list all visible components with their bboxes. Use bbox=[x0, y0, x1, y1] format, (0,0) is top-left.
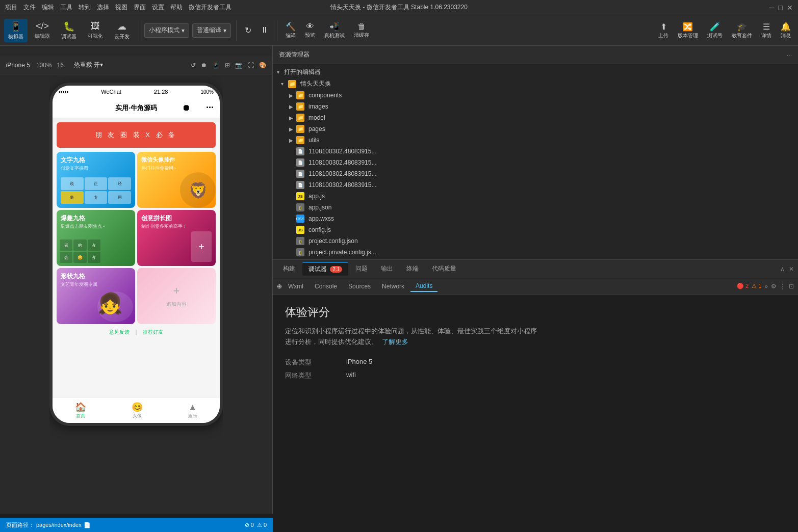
nav-dots[interactable]: ··· bbox=[206, 102, 214, 113]
realtest-button[interactable]: 📲 真机测试 bbox=[321, 20, 348, 41]
menu-select[interactable]: 选择 bbox=[97, 3, 109, 12]
toolbar-right: ⬆ 上传 🔀 版本管理 🧪 测试号 🎓 教育套件 ☰ 详情 🔔 消息 bbox=[655, 20, 794, 41]
detail-button[interactable]: ☰ 详情 bbox=[758, 20, 775, 41]
feedback-text[interactable]: 意见反馈 bbox=[109, 329, 130, 336]
pause-button[interactable]: ⏸ bbox=[258, 24, 272, 37]
inner-tab-console[interactable]: Console bbox=[310, 281, 342, 291]
rotate-icon[interactable]: ↺ bbox=[191, 62, 196, 69]
minimize-button[interactable]: ─ bbox=[769, 4, 775, 12]
file-project-config[interactable]: ▶ {} project.config.json bbox=[273, 235, 798, 247]
file-app-wxss[interactable]: ▶ CSS app.wxss bbox=[273, 213, 798, 224]
menu-file[interactable]: 文件 bbox=[23, 3, 36, 12]
folder-images[interactable]: ▶ 📁 images bbox=[273, 101, 798, 112]
tab-codequality[interactable]: 代码质量 bbox=[426, 262, 462, 275]
file-1108-1[interactable]: ▶ 📄 1108100302.48083915... bbox=[273, 146, 798, 157]
file-config-js[interactable]: ▶ JS config.js bbox=[273, 224, 798, 235]
clearcache-button[interactable]: 🗑 清缓存 bbox=[351, 20, 372, 40]
menu-interface[interactable]: 界面 bbox=[134, 3, 146, 12]
inspector-icon-btn[interactable]: ⊕ bbox=[277, 283, 282, 290]
explorer-more-icon[interactable]: ··· bbox=[787, 51, 792, 59]
more-icon[interactable]: ⋮ bbox=[780, 283, 786, 290]
nav-avatar[interactable]: 😊 头像 bbox=[132, 402, 143, 419]
tab-output[interactable]: 输出 bbox=[375, 262, 399, 275]
mode-dropdown[interactable]: 小程序模式 ▾ bbox=[144, 23, 189, 38]
device-select[interactable]: iPhone 5 bbox=[6, 62, 30, 69]
menu-settings[interactable]: 设置 bbox=[152, 3, 164, 12]
folder-model[interactable]: ▶ 📁 model bbox=[273, 112, 798, 123]
card-shape-nine[interactable]: 形状九格 文艺青年发圈专属 👧 bbox=[57, 268, 135, 324]
compile-dropdown[interactable]: 普通编译 ▾ bbox=[192, 23, 231, 38]
menu-help[interactable]: 帮助 bbox=[170, 3, 183, 12]
extra-tabs-btn[interactable]: » bbox=[764, 283, 768, 290]
inner-tab-audits[interactable]: Audits bbox=[410, 281, 437, 292]
folder-utils[interactable]: ▶ 📁 utils bbox=[273, 135, 798, 146]
editor-button[interactable]: </> 编辑器 bbox=[31, 19, 54, 42]
folder-components[interactable]: ▶ 📁 components bbox=[273, 90, 798, 101]
card-creative-long[interactable]: 创意拼长图 制作创意多图的高手！ + bbox=[137, 210, 216, 266]
menu-project[interactable]: 项目 bbox=[5, 3, 17, 12]
card-3-title: 爆趣九格 bbox=[61, 214, 85, 223]
panel-close-icon[interactable]: ✕ bbox=[789, 265, 794, 273]
paint-icon[interactable]: 🎨 bbox=[259, 62, 267, 69]
folder-pages[interactable]: ▶ 📁 pages bbox=[273, 123, 798, 135]
msg-button[interactable]: 🔔 消息 bbox=[778, 20, 794, 41]
nav-home[interactable]: 🏠 首页 bbox=[75, 402, 86, 419]
cloud-dev-button[interactable]: ☁ 云开发 bbox=[110, 19, 134, 42]
phone-icon[interactable]: 📱 bbox=[212, 62, 220, 69]
card-avatar-pendant[interactable]: 微信头像挂件 热门挂件免费用~ 🦁 bbox=[137, 152, 216, 208]
separator-2 bbox=[236, 20, 237, 41]
file-1108-4[interactable]: ▶ 📄 1108100302.48083915... bbox=[273, 179, 798, 191]
test-button[interactable]: 🧪 测试号 bbox=[704, 20, 726, 41]
tab-terminal[interactable]: 终端 bbox=[400, 262, 425, 275]
window-controls[interactable]: ─ □ ✕ bbox=[769, 4, 793, 12]
menu-view[interactable]: 视图 bbox=[115, 3, 127, 12]
detach-icon[interactable]: ⊡ bbox=[789, 283, 794, 290]
version-button[interactable]: 🔀 版本管理 bbox=[675, 20, 701, 41]
card-plus[interactable]: + 追加内容 bbox=[137, 268, 216, 324]
file-app-js[interactable]: ▶ JS app.js bbox=[273, 191, 798, 202]
project-name: 情头天天换 bbox=[300, 79, 331, 88]
section-open-editors[interactable]: ▾ 打开的编辑器 bbox=[273, 66, 798, 78]
refresh-button[interactable]: ↻ bbox=[242, 24, 254, 37]
record-icon[interactable]: ⏺ bbox=[201, 62, 207, 69]
edu-icon: 🎓 bbox=[737, 22, 747, 32]
hotreload-toggle[interactable]: 热重载 开▾ bbox=[74, 61, 103, 69]
projconfig-label: project.config.json bbox=[308, 237, 358, 245]
visual-button[interactable]: 🖼 可视化 bbox=[84, 19, 107, 42]
maximize-button[interactable]: □ bbox=[779, 4, 783, 12]
recommend-text[interactable]: 推荐好友 bbox=[143, 329, 163, 336]
menu-wechat-devtools[interactable]: 微信开发者工具 bbox=[189, 3, 231, 12]
debugger-button[interactable]: 🐛 调试器 bbox=[57, 19, 81, 42]
file-1108-2[interactable]: ▶ 📄 1108100302.48083915... bbox=[273, 157, 798, 168]
file-1108-3[interactable]: ▶ 📄 1108100302.48083915... bbox=[273, 168, 798, 179]
nav-entertainment[interactable]: ▲ 娱乐 bbox=[188, 402, 197, 419]
learn-more-link[interactable]: 了解更多 bbox=[382, 338, 408, 345]
card-text-nine[interactable]: 文字九格 创意文字拼图 说 正 经 事 专 用 bbox=[57, 152, 135, 208]
settings-icon[interactable]: ⚙ bbox=[771, 283, 777, 290]
inner-tab-sources[interactable]: Sources bbox=[343, 281, 376, 291]
tab-issues[interactable]: 问题 bbox=[349, 262, 374, 275]
split-icon[interactable]: ⊞ bbox=[225, 62, 230, 69]
inner-tab-network[interactable]: Network bbox=[377, 281, 409, 291]
file-project-private-config[interactable]: ▶ {} project.private.config.js... bbox=[273, 247, 798, 258]
tab-build[interactable]: 构建 bbox=[277, 262, 301, 275]
menu-tools[interactable]: 工具 bbox=[60, 3, 72, 12]
compile-button[interactable]: 🔨 编译 bbox=[282, 20, 299, 41]
inner-tab-wxml[interactable]: Wxml bbox=[283, 281, 308, 291]
expand-icon[interactable]: ⛶ bbox=[248, 62, 254, 69]
panel-minimize-icon[interactable]: ∧ bbox=[780, 265, 785, 273]
tab-debugger[interactable]: 调试器 2.1 bbox=[302, 262, 348, 276]
menu-edit[interactable]: 编辑 bbox=[42, 3, 54, 12]
menu-bar[interactable]: 项目 文件 编辑 工具 转到 选择 视图 界面 设置 帮助 微信开发者工具 bbox=[5, 3, 231, 12]
menu-goto[interactable]: 转到 bbox=[79, 3, 91, 12]
preview-button[interactable]: 👁 预览 bbox=[302, 20, 318, 40]
project-root[interactable]: ▾ 📁 情头天天换 bbox=[273, 78, 798, 90]
upload-button[interactable]: ⬆ 上传 bbox=[655, 20, 672, 41]
edu-button[interactable]: 🎓 教育套件 bbox=[729, 20, 755, 41]
screenshot-icon[interactable]: 📷 bbox=[235, 62, 243, 69]
file-app-json[interactable]: ▶ {} app.json bbox=[273, 202, 798, 213]
nav-record-icon[interactable]: ⏺ bbox=[182, 103, 190, 113]
close-button[interactable]: ✕ bbox=[787, 4, 793, 12]
simulator-button[interactable]: 📱 模拟器 bbox=[4, 19, 28, 42]
card-boom-nine[interactable]: 爆趣九格 刷爆点击朋友圈焦点~ 者 的 占 会 😊 占 bbox=[57, 210, 135, 266]
